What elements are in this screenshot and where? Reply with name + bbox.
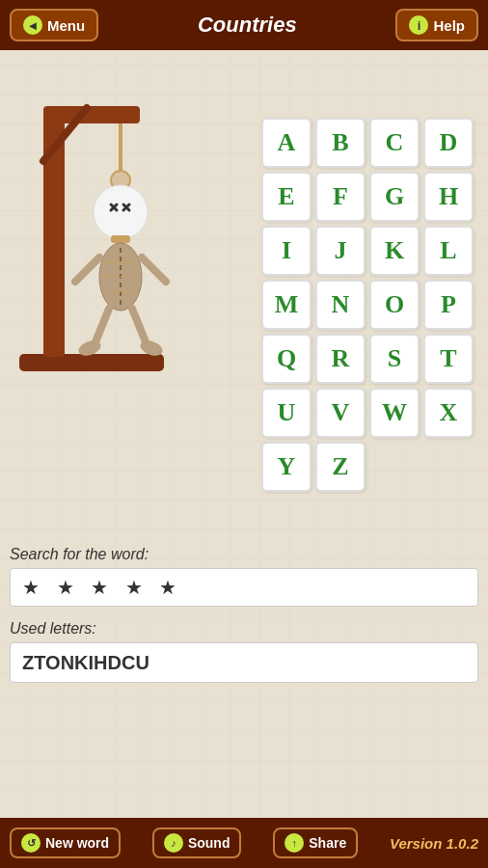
letter-btn-g[interactable]: G [369,172,420,222]
letter-btn-p[interactable]: P [423,280,474,330]
main-content: ABCDEFGHIJKLMNOPQRSTUVWXYZ Search for th… [0,50,488,818]
menu-button[interactable]: ◄ Menu [10,9,98,41]
letter-btn-n[interactable]: N [315,280,366,330]
word-display: ★ ★ ★ ★ ★ [10,568,478,607]
footer: ↺ New word ♪ Sound ↑ Share Version 1.0.2 [0,818,488,868]
svg-line-14 [75,258,99,282]
letter-btn-y[interactable]: Y [261,442,312,492]
letter-btn-o[interactable]: O [369,280,420,330]
new-word-button[interactable]: ↺ New word [10,827,121,858]
search-label: Search for the word: [10,546,478,563]
letter-btn-c[interactable]: C [369,118,420,168]
version-text: Version 1.0.2 [390,835,478,852]
sound-button[interactable]: ♪ Sound [152,827,242,858]
letter-btn-x[interactable]: X [423,388,474,438]
svg-point-6 [94,185,148,239]
page-title: Countries [198,13,297,38]
word-search-area: Search for the word: ★ ★ ★ ★ ★ Used lett… [10,546,478,683]
letter-btn-v[interactable]: V [315,388,366,438]
letter-btn-a[interactable]: A [261,118,312,168]
letter-btn-r[interactable]: R [315,334,366,384]
letter-btn-d[interactable]: D [423,118,474,168]
letter-btn-m[interactable]: M [261,280,312,330]
svg-rect-11 [111,235,130,243]
svg-rect-2 [43,106,140,123]
letter-btn-w[interactable]: W [369,388,420,438]
letter-btn-k[interactable]: K [369,226,420,276]
header: ◄ Menu Countries i Help [0,0,488,50]
letter-btn-t[interactable]: T [423,334,474,384]
letter-btn-i[interactable]: I [261,226,312,276]
letter-btn-q[interactable]: Q [261,334,312,384]
letter-btn-s[interactable]: S [369,334,420,384]
letter-btn-z[interactable]: Z [315,442,366,492]
letter-btn-h[interactable]: H [423,172,474,222]
svg-line-15 [142,258,166,282]
hangman-image [10,69,193,388]
share-icon: ↑ [285,833,304,853]
used-letters-display: ZTONKIHDCU [10,642,478,683]
sound-icon: ♪ [164,833,183,853]
letter-btn-b[interactable]: B [315,118,366,168]
new-word-label: New word [45,835,109,851]
sound-label: Sound [188,835,230,851]
letter-btn-j[interactable]: J [315,226,366,276]
letter-btn-l[interactable]: L [423,226,474,276]
help-icon: i [409,15,428,35]
hangman-area: ABCDEFGHIJKLMNOPQRSTUVWXYZ [10,60,478,388]
letter-btn-e[interactable]: E [261,172,312,222]
letter-btn-f[interactable]: F [315,172,366,222]
svg-line-17 [132,309,147,344]
menu-label: Menu [47,17,85,34]
menu-icon: ◄ [23,15,42,35]
share-button[interactable]: ↑ Share [273,827,358,858]
letter-grid: ABCDEFGHIJKLMNOPQRSTUVWXYZ [261,118,474,492]
letter-btn-u[interactable]: U [261,388,312,438]
svg-rect-0 [19,354,164,371]
share-label: Share [309,835,346,851]
help-button[interactable]: i Help [395,9,478,41]
help-label: Help [433,17,465,34]
svg-line-16 [95,309,109,344]
used-label: Used letters: [10,620,478,637]
new-word-icon: ↺ [21,833,41,853]
